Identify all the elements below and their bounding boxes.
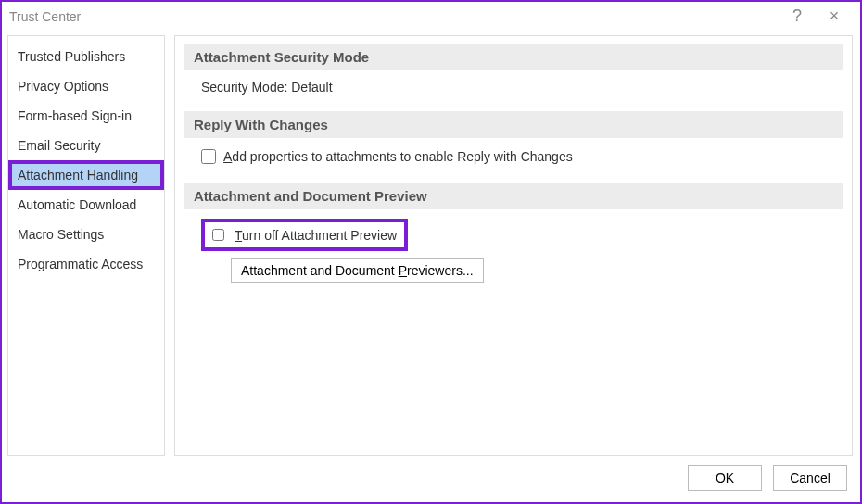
security-mode-text: Security Mode: Default <box>201 80 843 94</box>
dialog-footer: OK Cancel <box>2 456 860 502</box>
close-icon[interactable]: × <box>816 6 853 26</box>
sidebar-item-email-security[interactable]: Email Security <box>8 131 164 160</box>
reply-changes-checkbox[interactable] <box>201 149 216 164</box>
sidebar-item-programmatic-access[interactable]: Programmatic Access <box>8 249 164 279</box>
trust-center-window: Trust Center ? × Trusted Publishers Priv… <box>0 0 862 504</box>
sidebar: Trusted Publishers Privacy Options Form-… <box>7 35 165 456</box>
previewers-button[interactable]: Attachment and Document Previewers... <box>231 258 484 283</box>
turn-off-preview-checkbox[interactable] <box>212 229 224 241</box>
section-header-preview: Attachment and Document Preview <box>184 183 843 209</box>
help-icon[interactable]: ? <box>779 6 816 26</box>
reply-changes-label: Add properties to attachments to enable … <box>223 149 573 164</box>
sidebar-item-attachment-handling[interactable]: Attachment Handling <box>8 160 164 190</box>
turn-off-preview-label: Turn off Attachment Preview <box>235 228 397 243</box>
sidebar-item-macro-settings[interactable]: Macro Settings <box>8 220 164 249</box>
sidebar-item-trusted-publishers[interactable]: Trusted Publishers <box>8 42 164 71</box>
reply-changes-checkbox-row[interactable]: Add properties to attachments to enable … <box>201 147 843 166</box>
sidebar-item-form-based-signin[interactable]: Form-based Sign-in <box>8 101 164 131</box>
sidebar-item-automatic-download[interactable]: Automatic Download <box>8 190 164 220</box>
cancel-button[interactable]: Cancel <box>773 465 847 491</box>
titlebar: Trust Center ? × <box>2 2 860 32</box>
section-header-reply-changes: Reply With Changes <box>184 111 843 138</box>
ok-button[interactable]: OK <box>688 465 762 491</box>
sidebar-item-privacy-options[interactable]: Privacy Options <box>8 71 164 101</box>
content-pane: Attachment Security Mode Security Mode: … <box>174 35 853 456</box>
section-header-security-mode: Attachment Security Mode <box>184 44 843 70</box>
window-title: Trust Center <box>9 9 779 24</box>
dialog-body: Trusted Publishers Privacy Options Form-… <box>2 32 860 456</box>
turn-off-preview-highlight: Turn off Attachment Preview <box>201 219 408 251</box>
